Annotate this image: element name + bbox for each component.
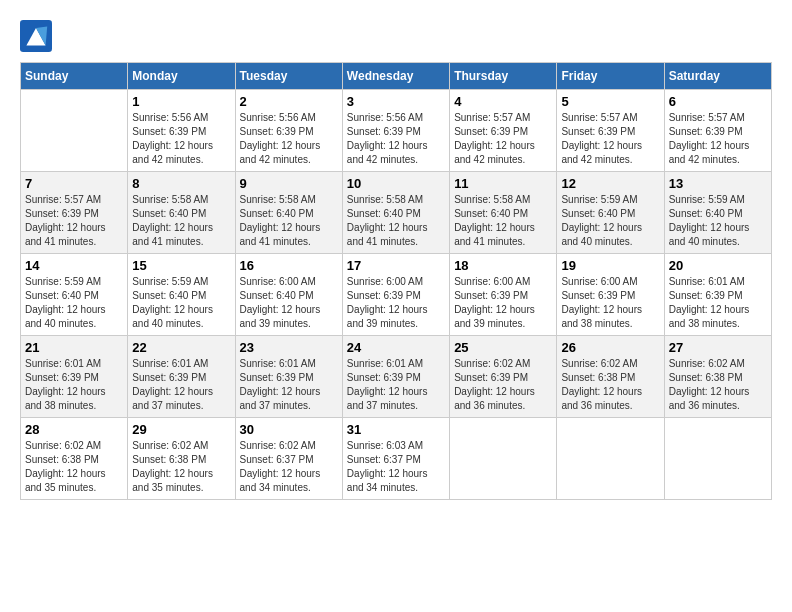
day-number: 26 (561, 340, 659, 355)
day-number: 30 (240, 422, 338, 437)
calendar-cell: 3Sunrise: 5:56 AM Sunset: 6:39 PM Daylig… (342, 90, 449, 172)
day-number: 1 (132, 94, 230, 109)
day-header-friday: Friday (557, 63, 664, 90)
day-info: Sunrise: 5:59 AM Sunset: 6:40 PM Dayligh… (132, 275, 230, 331)
calendar-cell: 16Sunrise: 6:00 AM Sunset: 6:40 PM Dayli… (235, 254, 342, 336)
day-info: Sunrise: 5:58 AM Sunset: 6:40 PM Dayligh… (454, 193, 552, 249)
calendar-cell: 30Sunrise: 6:02 AM Sunset: 6:37 PM Dayli… (235, 418, 342, 500)
day-header-sunday: Sunday (21, 63, 128, 90)
day-number: 17 (347, 258, 445, 273)
day-info: Sunrise: 6:01 AM Sunset: 6:39 PM Dayligh… (669, 275, 767, 331)
day-info: Sunrise: 6:03 AM Sunset: 6:37 PM Dayligh… (347, 439, 445, 495)
day-number: 15 (132, 258, 230, 273)
calendar-cell: 10Sunrise: 5:58 AM Sunset: 6:40 PM Dayli… (342, 172, 449, 254)
calendar-cell: 22Sunrise: 6:01 AM Sunset: 6:39 PM Dayli… (128, 336, 235, 418)
logo-icon (20, 20, 52, 52)
day-number: 3 (347, 94, 445, 109)
day-number: 13 (669, 176, 767, 191)
calendar-cell: 25Sunrise: 6:02 AM Sunset: 6:39 PM Dayli… (450, 336, 557, 418)
calendar-cell: 18Sunrise: 6:00 AM Sunset: 6:39 PM Dayli… (450, 254, 557, 336)
day-info: Sunrise: 6:00 AM Sunset: 6:39 PM Dayligh… (347, 275, 445, 331)
day-info: Sunrise: 5:58 AM Sunset: 6:40 PM Dayligh… (347, 193, 445, 249)
calendar-cell: 23Sunrise: 6:01 AM Sunset: 6:39 PM Dayli… (235, 336, 342, 418)
day-number: 18 (454, 258, 552, 273)
calendar-table: SundayMondayTuesdayWednesdayThursdayFrid… (20, 62, 772, 500)
day-info: Sunrise: 6:00 AM Sunset: 6:40 PM Dayligh… (240, 275, 338, 331)
calendar-cell: 19Sunrise: 6:00 AM Sunset: 6:39 PM Dayli… (557, 254, 664, 336)
calendar-cell: 14Sunrise: 5:59 AM Sunset: 6:40 PM Dayli… (21, 254, 128, 336)
week-row-3: 14Sunrise: 5:59 AM Sunset: 6:40 PM Dayli… (21, 254, 772, 336)
day-info: Sunrise: 5:56 AM Sunset: 6:39 PM Dayligh… (132, 111, 230, 167)
day-info: Sunrise: 6:02 AM Sunset: 6:39 PM Dayligh… (454, 357, 552, 413)
day-info: Sunrise: 6:01 AM Sunset: 6:39 PM Dayligh… (132, 357, 230, 413)
week-row-1: 1Sunrise: 5:56 AM Sunset: 6:39 PM Daylig… (21, 90, 772, 172)
calendar-cell: 24Sunrise: 6:01 AM Sunset: 6:39 PM Dayli… (342, 336, 449, 418)
day-info: Sunrise: 6:02 AM Sunset: 6:38 PM Dayligh… (25, 439, 123, 495)
calendar-cell: 9Sunrise: 5:58 AM Sunset: 6:40 PM Daylig… (235, 172, 342, 254)
calendar-cell: 17Sunrise: 6:00 AM Sunset: 6:39 PM Dayli… (342, 254, 449, 336)
calendar-cell: 1Sunrise: 5:56 AM Sunset: 6:39 PM Daylig… (128, 90, 235, 172)
day-number: 31 (347, 422, 445, 437)
calendar-cell: 31Sunrise: 6:03 AM Sunset: 6:37 PM Dayli… (342, 418, 449, 500)
calendar-cell: 27Sunrise: 6:02 AM Sunset: 6:38 PM Dayli… (664, 336, 771, 418)
week-row-5: 28Sunrise: 6:02 AM Sunset: 6:38 PM Dayli… (21, 418, 772, 500)
calendar-cell: 4Sunrise: 5:57 AM Sunset: 6:39 PM Daylig… (450, 90, 557, 172)
day-info: Sunrise: 6:01 AM Sunset: 6:39 PM Dayligh… (25, 357, 123, 413)
day-number: 4 (454, 94, 552, 109)
day-info: Sunrise: 5:57 AM Sunset: 6:39 PM Dayligh… (561, 111, 659, 167)
calendar-cell: 13Sunrise: 5:59 AM Sunset: 6:40 PM Dayli… (664, 172, 771, 254)
calendar-cell: 2Sunrise: 5:56 AM Sunset: 6:39 PM Daylig… (235, 90, 342, 172)
day-header-monday: Monday (128, 63, 235, 90)
day-number: 14 (25, 258, 123, 273)
day-number: 23 (240, 340, 338, 355)
day-number: 9 (240, 176, 338, 191)
day-number: 21 (25, 340, 123, 355)
calendar-cell: 28Sunrise: 6:02 AM Sunset: 6:38 PM Dayli… (21, 418, 128, 500)
day-header-saturday: Saturday (664, 63, 771, 90)
day-number: 28 (25, 422, 123, 437)
day-number: 12 (561, 176, 659, 191)
day-info: Sunrise: 6:02 AM Sunset: 6:37 PM Dayligh… (240, 439, 338, 495)
day-info: Sunrise: 6:00 AM Sunset: 6:39 PM Dayligh… (561, 275, 659, 331)
day-info: Sunrise: 5:57 AM Sunset: 6:39 PM Dayligh… (669, 111, 767, 167)
calendar-cell: 6Sunrise: 5:57 AM Sunset: 6:39 PM Daylig… (664, 90, 771, 172)
logo (20, 20, 56, 52)
calendar-cell: 7Sunrise: 5:57 AM Sunset: 6:39 PM Daylig… (21, 172, 128, 254)
day-info: Sunrise: 6:01 AM Sunset: 6:39 PM Dayligh… (240, 357, 338, 413)
day-header-thursday: Thursday (450, 63, 557, 90)
day-info: Sunrise: 5:59 AM Sunset: 6:40 PM Dayligh… (25, 275, 123, 331)
day-info: Sunrise: 5:56 AM Sunset: 6:39 PM Dayligh… (240, 111, 338, 167)
day-header-wednesday: Wednesday (342, 63, 449, 90)
page-header (20, 20, 772, 52)
calendar-cell (21, 90, 128, 172)
day-number: 16 (240, 258, 338, 273)
week-row-4: 21Sunrise: 6:01 AM Sunset: 6:39 PM Dayli… (21, 336, 772, 418)
day-info: Sunrise: 6:02 AM Sunset: 6:38 PM Dayligh… (132, 439, 230, 495)
calendar-cell (664, 418, 771, 500)
day-number: 6 (669, 94, 767, 109)
calendar-cell: 12Sunrise: 5:59 AM Sunset: 6:40 PM Dayli… (557, 172, 664, 254)
week-row-2: 7Sunrise: 5:57 AM Sunset: 6:39 PM Daylig… (21, 172, 772, 254)
day-info: Sunrise: 6:02 AM Sunset: 6:38 PM Dayligh… (669, 357, 767, 413)
day-info: Sunrise: 5:58 AM Sunset: 6:40 PM Dayligh… (132, 193, 230, 249)
day-number: 20 (669, 258, 767, 273)
day-number: 5 (561, 94, 659, 109)
calendar-cell: 5Sunrise: 5:57 AM Sunset: 6:39 PM Daylig… (557, 90, 664, 172)
day-header-row: SundayMondayTuesdayWednesdayThursdayFrid… (21, 63, 772, 90)
day-info: Sunrise: 5:57 AM Sunset: 6:39 PM Dayligh… (454, 111, 552, 167)
day-number: 2 (240, 94, 338, 109)
calendar-cell: 21Sunrise: 6:01 AM Sunset: 6:39 PM Dayli… (21, 336, 128, 418)
day-info: Sunrise: 6:00 AM Sunset: 6:39 PM Dayligh… (454, 275, 552, 331)
calendar-cell: 11Sunrise: 5:58 AM Sunset: 6:40 PM Dayli… (450, 172, 557, 254)
calendar-cell: 15Sunrise: 5:59 AM Sunset: 6:40 PM Dayli… (128, 254, 235, 336)
day-number: 25 (454, 340, 552, 355)
day-number: 11 (454, 176, 552, 191)
day-number: 19 (561, 258, 659, 273)
day-number: 8 (132, 176, 230, 191)
day-info: Sunrise: 6:01 AM Sunset: 6:39 PM Dayligh… (347, 357, 445, 413)
day-info: Sunrise: 5:58 AM Sunset: 6:40 PM Dayligh… (240, 193, 338, 249)
day-number: 29 (132, 422, 230, 437)
calendar-cell: 8Sunrise: 5:58 AM Sunset: 6:40 PM Daylig… (128, 172, 235, 254)
day-info: Sunrise: 5:57 AM Sunset: 6:39 PM Dayligh… (25, 193, 123, 249)
day-number: 10 (347, 176, 445, 191)
